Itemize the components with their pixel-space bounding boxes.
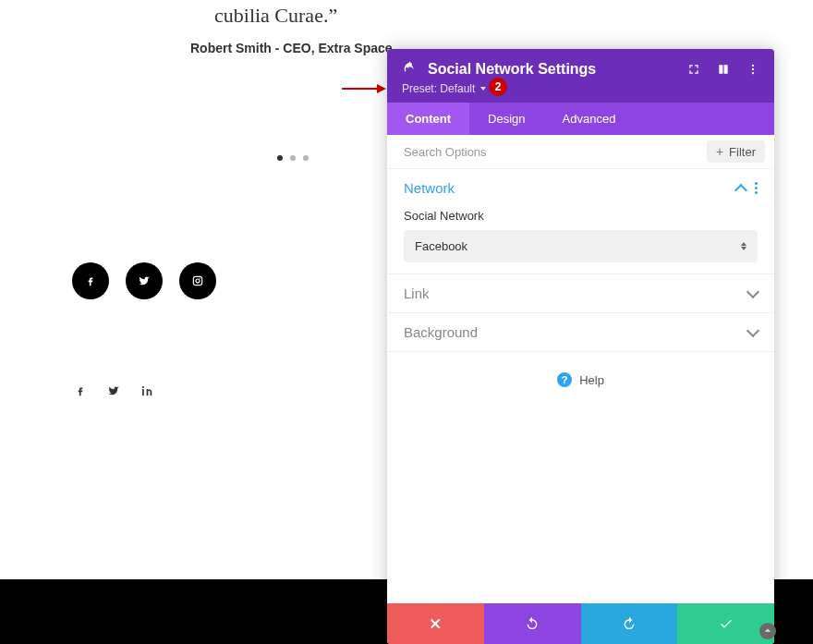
cancel-button[interactable]: [387, 603, 484, 644]
redo-button[interactable]: [581, 603, 678, 644]
section-link: Link: [387, 274, 774, 313]
callout-badge: 2: [489, 78, 507, 96]
slider-dot-3[interactable]: [303, 155, 309, 161]
social-icons-round: [72, 262, 216, 299]
callout-arrow: [342, 85, 386, 92]
instagram-round-icon[interactable]: [179, 262, 216, 299]
social-icons-flat: [74, 384, 153, 401]
modal-tabs: Content Design Advanced: [387, 103, 774, 135]
back-icon[interactable]: [402, 60, 417, 79]
modal-body: Network Social Network Facebook Link: [387, 169, 774, 603]
expand-icon[interactable]: [687, 63, 700, 76]
columns-icon[interactable]: [717, 63, 730, 76]
modal-footer: [387, 603, 774, 644]
facebook-flat-icon[interactable]: [74, 384, 87, 401]
kebab-icon[interactable]: [746, 63, 759, 76]
quote-tail: cubilia Curae.”: [214, 4, 337, 28]
preset-dropdown[interactable]: Preset: Default: [402, 82, 759, 95]
caret-down-icon: [480, 87, 486, 91]
section-link-header[interactable]: Link: [404, 286, 758, 301]
slider-dots[interactable]: [277, 155, 309, 161]
scroll-to-top-icon[interactable]: [759, 623, 776, 639]
chevron-down-icon: [746, 323, 759, 336]
section-network-header[interactable]: Network: [404, 180, 758, 196]
undo-button[interactable]: [484, 603, 581, 644]
section-link-title: Link: [404, 286, 430, 301]
twitter-round-icon[interactable]: [126, 262, 163, 299]
chevron-down-icon: [746, 285, 759, 298]
tab-design[interactable]: Design: [469, 103, 543, 135]
linkedin-flat-icon[interactable]: [140, 384, 153, 401]
help-label: Help: [579, 373, 604, 387]
tab-content[interactable]: Content: [387, 103, 469, 135]
tab-advanced[interactable]: Advanced: [544, 103, 635, 135]
social-network-select[interactable]: Facebook: [404, 230, 758, 262]
section-options-icon[interactable]: [755, 182, 758, 194]
section-background: Background: [387, 313, 774, 352]
plus-icon: +: [716, 144, 723, 159]
field-label-social-network: Social Network: [404, 209, 758, 223]
modal-title: Social Network Settings: [428, 61, 596, 78]
save-button[interactable]: [677, 603, 774, 644]
section-background-title: Background: [404, 324, 478, 340]
twitter-flat-icon[interactable]: [107, 384, 120, 401]
chevron-up-icon: [734, 183, 747, 196]
slider-dot-2[interactable]: [290, 155, 296, 161]
social-network-select-value: Facebook: [415, 239, 467, 253]
svg-point-2: [752, 72, 754, 74]
help-icon: ?: [557, 372, 572, 387]
svg-point-0: [752, 65, 754, 67]
filter-label: Filter: [729, 145, 756, 159]
svg-point-1: [752, 68, 754, 70]
preset-label: Preset: Default: [402, 82, 475, 95]
section-network: Network Social Network Facebook: [387, 169, 774, 274]
section-network-title: Network: [404, 180, 455, 196]
help-link[interactable]: ? Help: [387, 352, 774, 407]
filter-button[interactable]: + Filter: [707, 140, 765, 163]
facebook-round-icon[interactable]: [72, 262, 109, 299]
search-bar: Search Options + Filter: [387, 135, 774, 169]
author-line: Robert Smith - CEO, Extra Space: [190, 41, 393, 55]
slider-dot-1[interactable]: [277, 155, 283, 161]
settings-modal: Social Network Settings Preset: Default …: [387, 49, 774, 644]
select-arrows-icon: [741, 242, 746, 250]
section-background-header[interactable]: Background: [404, 324, 758, 340]
search-input[interactable]: Search Options: [404, 145, 487, 159]
modal-header: Social Network Settings Preset: Default: [387, 49, 774, 103]
